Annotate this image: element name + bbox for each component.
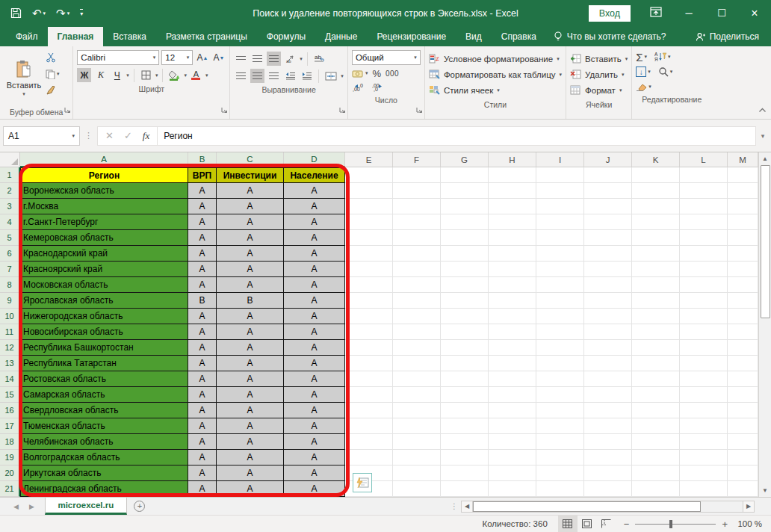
cell-F8[interactable] — [393, 277, 441, 293]
font-dialog-launcher-icon[interactable] — [221, 103, 228, 117]
italic-button[interactable]: К — [93, 68, 108, 82]
cell-M7[interactable] — [728, 262, 758, 277]
cut-button[interactable] — [46, 52, 60, 64]
accounting-format-button[interactable]: ▾ — [352, 67, 368, 79]
paste-button[interactable]: Вставить ▾ — [4, 49, 44, 105]
page-layout-view-button[interactable] — [578, 516, 597, 532]
font-size-combo[interactable]: 12▾ — [161, 50, 193, 65]
cell-D15[interactable]: А — [284, 387, 345, 403]
enter-icon[interactable]: ✓ — [124, 130, 132, 141]
cell-G17[interactable] — [441, 418, 489, 434]
column-header-J[interactable]: J — [584, 152, 632, 167]
cell-E3[interactable] — [345, 199, 393, 214]
cell-F18[interactable] — [393, 434, 441, 450]
cell-D10[interactable]: А — [284, 309, 345, 324]
cell-F20[interactable] — [393, 466, 441, 481]
cell-E6[interactable] — [345, 246, 393, 262]
cell-G18[interactable] — [441, 434, 489, 450]
cell-K12[interactable] — [632, 340, 680, 356]
tab-Вид[interactable]: Вид — [456, 27, 492, 46]
cell-J1[interactable] — [584, 167, 632, 183]
row-header-13[interactable]: 13 — [0, 356, 20, 371]
vertical-scroll-thumb[interactable] — [761, 165, 770, 318]
cell-A6[interactable]: Краснодарский край — [20, 246, 188, 262]
cell-H7[interactable] — [489, 262, 536, 277]
cell-K17[interactable] — [632, 418, 680, 434]
cell-J16[interactable] — [584, 403, 632, 418]
cell-E4[interactable] — [345, 214, 393, 230]
cell-H2[interactable] — [489, 183, 536, 199]
cell-A4[interactable]: г.Санкт-Петербург — [20, 214, 188, 230]
cell-B2[interactable]: А — [188, 183, 217, 199]
column-header-B[interactable]: B — [188, 152, 217, 167]
undo-icon[interactable]: ↶▾ — [32, 7, 46, 20]
zoom-in-button[interactable]: + — [722, 519, 728, 530]
scroll-right-icon[interactable]: ▶ — [743, 501, 755, 513]
tab-Формулы[interactable]: Формулы — [257, 27, 315, 46]
copy-button[interactable]: ▾ — [46, 68, 60, 80]
cell-C18[interactable]: А — [217, 434, 284, 450]
cell-E18[interactable] — [345, 434, 393, 450]
cell-A18[interactable]: Челябинская область — [20, 434, 188, 450]
align-middle-button[interactable] — [250, 52, 264, 66]
cell-F14[interactable] — [393, 371, 441, 387]
row-header-9[interactable]: 9 — [0, 293, 20, 309]
cell-M18[interactable] — [728, 434, 758, 450]
tab-Вставка[interactable]: Вставка — [103, 27, 156, 46]
cell-C2[interactable]: А — [217, 183, 284, 199]
cell-F1[interactable] — [393, 167, 441, 183]
maximize-button[interactable]: ☐ — [705, 0, 738, 26]
clear-button[interactable]: ▾ — [636, 81, 651, 93]
cell-D7[interactable]: А — [284, 262, 345, 277]
autosum-button[interactable]: Σ▾ — [636, 51, 647, 63]
cell-F9[interactable] — [393, 293, 441, 309]
tab-Разметка страницы[interactable]: Разметка страницы — [156, 27, 257, 46]
cell-G5[interactable] — [441, 230, 489, 246]
cell-C7[interactable]: А — [217, 262, 284, 277]
cell-M17[interactable] — [728, 418, 758, 434]
cell-J15[interactable] — [584, 387, 632, 403]
row-header-6[interactable]: 6 — [0, 246, 20, 262]
insert-function-icon[interactable]: fx — [143, 130, 149, 142]
cell-E11[interactable] — [345, 324, 393, 340]
column-header-F[interactable]: F — [393, 152, 441, 167]
cell-D3[interactable]: А — [284, 199, 345, 214]
cell-G11[interactable] — [441, 324, 489, 340]
cell-J14[interactable] — [584, 371, 632, 387]
format-painter-button[interactable] — [46, 84, 60, 96]
column-header-K[interactable]: K — [632, 152, 680, 167]
tab-Главная[interactable]: Главная — [48, 27, 104, 46]
save-icon[interactable] — [10, 7, 22, 19]
thousands-separator-button[interactable]: 000 — [386, 67, 399, 79]
cell-L7[interactable] — [680, 262, 728, 277]
cell-L15[interactable] — [680, 387, 728, 403]
cell-M5[interactable] — [728, 230, 758, 246]
zoom-level[interactable]: 100 % — [735, 519, 771, 528]
align-center-button[interactable] — [250, 69, 264, 83]
cell-C14[interactable]: А — [217, 371, 284, 387]
cell-E9[interactable] — [345, 293, 393, 309]
cell-C16[interactable]: А — [217, 403, 284, 418]
cell-F21[interactable] — [393, 481, 441, 497]
sheet-tab-active[interactable]: microexcel.ru — [45, 498, 127, 515]
column-header-C[interactable]: C — [217, 152, 284, 167]
cell-L3[interactable] — [680, 199, 728, 214]
cell-F7[interactable] — [393, 262, 441, 277]
cell-M14[interactable] — [728, 371, 758, 387]
cell-L10[interactable] — [680, 309, 728, 324]
insert-cells-button[interactable]: Вставить▾ — [570, 51, 628, 66]
cell-M12[interactable] — [728, 340, 758, 356]
cell-H13[interactable] — [489, 356, 536, 371]
cell-B8[interactable]: А — [188, 277, 217, 293]
cell-K15[interactable] — [632, 387, 680, 403]
zoom-slider-thumb[interactable] — [669, 520, 672, 528]
cell-G7[interactable] — [441, 262, 489, 277]
cell-C6[interactable]: А — [217, 246, 284, 262]
cell-I15[interactable] — [536, 387, 584, 403]
cell-J9[interactable] — [584, 293, 632, 309]
cell-A7[interactable]: Красноярский край — [20, 262, 188, 277]
cell-A10[interactable]: Нижегородская область — [20, 309, 188, 324]
number-format-combo[interactable]: Общий▾ — [352, 50, 421, 65]
cell-D6[interactable]: А — [284, 246, 345, 262]
underline-button[interactable]: Ч — [110, 68, 124, 82]
